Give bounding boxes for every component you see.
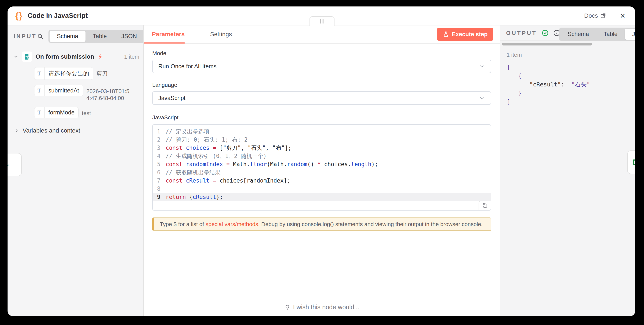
tab-settings[interactable]: Settings [210,31,232,38]
input-tab-table[interactable]: Table [86,31,114,42]
input-search-button[interactable] [37,33,44,40]
panel-drag-handle[interactable] [310,16,334,26]
external-link-icon [600,13,606,19]
output-horizontal-scrollbar[interactable] [502,43,592,46]
language-select[interactable]: JavaScript [152,91,491,105]
mode-select[interactable]: Run Once for All Items [152,60,491,73]
output-panel: OUTPUT Schema Table JSON 1 item [{"cResu… [500,26,636,316]
field-pill[interactable]: T submittedAt [34,85,83,96]
string-type-badge: T [34,68,44,80]
code-line[interactable]: 3const choices = ["剪刀", "石头", "布"]; [153,144,491,152]
field-pill[interactable]: T 请选择你要出的 [34,68,93,80]
code-line[interactable]: 6// 获取随机出拳结果 [153,168,491,176]
schema-field-row: T submittedAt 2026-03-18T01:54:47.648-04… [34,85,139,102]
mode-label: Mode [152,50,491,57]
string-type-badge: T [34,85,44,96]
code-line[interactable]: 5const randomIndex = Math.floor(Math.ran… [153,160,491,168]
execute-step-button[interactable]: Execute step [437,28,493,41]
chevron-down-icon [13,54,19,60]
json-line: [ [505,63,636,72]
node-title: Code in JavaScript [28,12,88,20]
schema-field-row: T 请选择你要出的 剪刀 [34,68,139,80]
form-trigger-node-icon [8,159,11,171]
output-items-count: 1 item [506,52,636,58]
chevron-right-icon [14,128,19,133]
json-line: "cResult": "石头" [505,80,636,89]
input-tab-schema[interactable]: Schema [50,31,86,42]
execute-step-label: Execute step [452,31,488,38]
code-line[interactable]: 1// 定义出拳选项 [153,127,491,136]
string-type-badge: T [34,107,44,118]
input-node-row[interactable]: On form submission 1 item [13,52,139,62]
input-panel-title: INPUT [14,33,37,40]
output-view-tabs: Schema Table JSON [559,28,636,41]
code-line[interactable]: 2// 剪刀: 0; 石头: 1; 布: 2 [153,136,491,144]
docs-link[interactable]: Docs [584,12,606,19]
output-tab-schema[interactable]: Schema [560,29,596,40]
mode-value: Run Once for All Items [158,63,216,70]
close-button[interactable]: × [618,12,628,20]
hint-suffix: Debug by using console.log() statements … [260,221,483,227]
lightbulb-icon [284,304,290,310]
input-panel: INPUT Schema Table JSON On form submissi… [8,26,143,316]
tab-parameters[interactable]: Parameters [152,31,185,38]
code-line[interactable]: 9return {cResult}; [153,193,491,201]
language-value: JavaScript [158,95,186,102]
success-check-icon [541,29,549,37]
output-node-stub[interactable] [627,150,636,174]
search-icon [37,33,44,40]
chevron-down-icon [478,95,485,101]
input-node-stub[interactable] [8,153,22,176]
field-value: 剪刀 [96,70,108,77]
main-tabbar: Parameters Settings Execute step [144,26,500,44]
form-trigger-node-icon [22,52,32,62]
expand-editor-button[interactable] [478,201,491,210]
editor-label: JavaScript [152,114,491,121]
json-line: ] [505,97,636,106]
json-line: } [505,89,636,97]
chevron-down-icon [478,63,485,70]
code-node-icon: {} [15,11,23,21]
field-name: submittedAt [44,85,83,96]
editor-hint: Type $ for a list of special vars/method… [152,217,491,231]
language-label: Language [152,82,491,88]
node-feedback-link[interactable]: I wish this node would... [144,304,500,311]
input-tab-json[interactable]: JSON [114,31,144,42]
node-details-modal: {} Code in JavaScript Docs × INPUT Schem… [8,7,636,316]
variables-context-section[interactable]: Variables and context [14,127,143,134]
output-json: [{"cResult": "石头"}] [505,63,636,106]
json-line: { [505,72,636,80]
parameters-scroll-area: Mode Run Once for All Items Language Jav… [144,44,500,316]
code-editor[interactable]: 1// 定义出拳选项2// 剪刀: 0; 石头: 1; 布: 23const c… [152,124,491,211]
output-header: OUTPUT Schema Table JSON [500,26,636,41]
output-panel-title: OUTPUT [506,30,537,37]
field-value: test [82,110,91,117]
schema-field-row: T formMode test [34,107,139,118]
field-name: 请选择你要出的 [44,68,93,80]
docs-label: Docs [584,12,598,19]
variables-context-label: Variables and context [22,127,80,134]
input-view-tabs: Schema Table JSON [48,30,146,43]
connected-node-icon [633,159,636,165]
header-divider [612,12,612,20]
node-feedback-label: I wish this node would... [293,304,360,311]
special-vars-link[interactable]: special vars/methods. [206,221,260,227]
trigger-bolt-icon [97,54,103,60]
output-tab-json[interactable]: JSON [625,29,636,40]
input-items-count: 1 item [124,54,139,60]
field-pill[interactable]: T formMode [34,107,78,118]
code-line[interactable]: 7const cResult = choices[randomIndex]; [153,176,491,185]
field-name: formMode [44,107,78,118]
flask-icon [442,31,449,38]
hint-prefix: Type $ for a list of [160,221,206,227]
open-fullscreen-icon [482,203,488,209]
code-editor-lines: 1// 定义出拳选项2// 剪刀: 0; 石头: 1; 布: 23const c… [153,127,491,201]
input-node-name: On form submission [36,53,94,60]
field-value: 2026-03-18T01:54:47.648-04:00 [86,88,133,102]
code-line[interactable]: 4// 生成随机索引 (0、1、2 随机一个) [153,152,491,160]
parameters-panel: Parameters Settings Execute step Mode Ru… [143,26,500,316]
output-tab-table[interactable]: Table [596,29,625,40]
code-line[interactable]: 8 [153,185,491,193]
